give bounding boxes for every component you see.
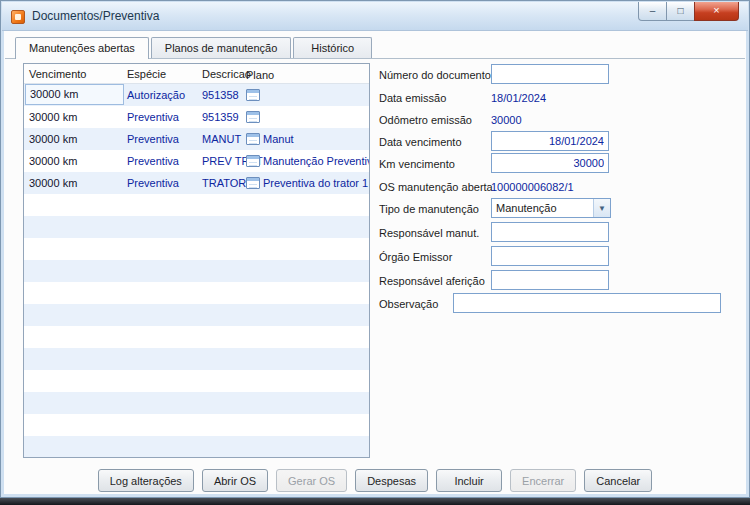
field-row-responsavel-afericao: Responsável aferição <box>379 271 729 291</box>
data-emissao-label: Data emissão <box>379 92 446 104</box>
empty-row <box>24 348 369 370</box>
empty-row <box>24 414 369 436</box>
tab-manutencoes-abertas[interactable]: Manutenções abertas <box>15 37 149 59</box>
empty-row <box>24 370 369 392</box>
documentos-preventiva-window: Documentos/Preventiva – □ × Manutenções … <box>0 0 750 498</box>
cell-plano-label: Preventiva do trator 1 <box>263 172 368 194</box>
cell-vencimento: 30000 km <box>25 84 124 105</box>
orgao-emissor-input[interactable] <box>491 246 609 266</box>
gerar-os-button: Gerar OS <box>276 469 347 492</box>
chevron-down-icon[interactable]: ▼ <box>593 199 610 217</box>
cell-descricao: MANUT <box>202 128 241 150</box>
cell-especie: Preventiva <box>127 128 179 150</box>
cell-plano <box>246 84 263 106</box>
incluir-button[interactable]: Incluir <box>436 469 502 492</box>
responsavel-afericao-input[interactable] <box>491 270 609 290</box>
app-icon <box>11 10 25 24</box>
field-row-km-vencimento: Km vencimento <box>379 154 729 174</box>
cell-descricao: TRATOR1 <box>202 172 252 194</box>
cell-plano: Manutenção Preventivo d <box>246 150 370 172</box>
tipo-manutencao-select[interactable]: Manutenção ▼ <box>491 198 611 218</box>
table-row[interactable]: 30000 km Preventiva 951359 <box>24 106 369 128</box>
responsavel-manut-label: Responsável manut. <box>379 227 479 239</box>
tab-planos-de-manutencao[interactable]: Planos de manutenção <box>151 37 292 58</box>
km-vencimento-input[interactable] <box>491 153 609 173</box>
col-descricao: Descricao <box>202 64 251 84</box>
col-vencimento: Vencimento <box>29 64 86 84</box>
cell-plano-label: Manutenção Preventivo d <box>263 150 370 172</box>
plan-document-icon <box>246 133 260 145</box>
odometro-emissao-label: Odômetro emissão <box>379 114 472 126</box>
field-row-os-manutencao: OS manutenção aberta 100000006082/1 <box>379 177 729 197</box>
empty-row <box>24 326 369 348</box>
plan-document-icon <box>246 111 260 123</box>
numero-documento-input[interactable] <box>491 64 609 84</box>
cell-especie: Preventiva <box>127 172 179 194</box>
cell-especie: Preventiva <box>127 150 179 172</box>
empty-row <box>24 194 369 216</box>
km-vencimento-label: Km vencimento <box>379 158 455 170</box>
field-row-responsavel-manut: Responsável manut. <box>379 223 729 243</box>
cancelar-button[interactable]: Cancelar <box>584 469 652 492</box>
titlebar[interactable]: Documentos/Preventiva – □ × <box>2 2 748 31</box>
table-row[interactable]: 30000 km Preventiva TRATOR1 Preventiva d… <box>24 172 369 194</box>
tipo-manutencao-selected: Manutenção <box>492 199 593 217</box>
table-row[interactable]: 30000 km Autorização 951358 <box>24 84 369 106</box>
cell-vencimento: 30000 km <box>29 172 77 194</box>
empty-row <box>24 436 369 458</box>
field-row-odometro-emissao: Odômetro emissão 30000 <box>379 110 729 130</box>
responsavel-afericao-label: Responsável aferição <box>379 275 485 287</box>
responsavel-manut-input[interactable] <box>491 222 609 242</box>
data-vencimento-input[interactable] <box>491 131 609 151</box>
button-bar: Log alterações Abrir OS Gerar OS Despesa… <box>5 469 745 492</box>
col-especie: Espécie <box>127 64 166 84</box>
minimize-icon[interactable]: – <box>638 2 667 21</box>
despesas-button[interactable]: Despesas <box>355 469 428 492</box>
close-icon[interactable]: × <box>694 2 739 21</box>
plan-document-icon <box>246 155 260 167</box>
cell-vencimento: 30000 km <box>29 128 77 150</box>
tab-historico[interactable]: Histórico <box>293 37 372 58</box>
log-alteracoes-button[interactable]: Log alterações <box>98 469 194 492</box>
table-row[interactable]: 30000 km Preventiva PREV TRAT Manutenção… <box>24 150 369 172</box>
table-row[interactable]: 30000 km Preventiva MANUT Manut <box>24 128 369 150</box>
field-row-numero-documento: Número do documento <box>379 65 729 85</box>
screen: Documentos/Preventiva – □ × Manutenções … <box>0 0 750 505</box>
numero-documento-label: Número do documento <box>379 69 491 81</box>
cell-especie: Preventiva <box>127 106 179 128</box>
cell-plano-label: Manut <box>263 128 294 150</box>
empty-row <box>24 304 369 326</box>
empty-row <box>24 238 369 260</box>
col-plano: Plano <box>246 64 274 86</box>
cell-descricao: 951359 <box>202 106 239 128</box>
window-title: Documentos/Preventiva <box>32 2 159 31</box>
client-area: Manutenções abertas Planos de manutenção… <box>5 31 745 493</box>
orgao-emissor-label: Órgão Emissor <box>379 251 452 263</box>
encerrar-button: Encerrar <box>510 469 576 492</box>
field-row-data-vencimento: Data vencimento <box>379 132 729 152</box>
empty-row <box>24 260 369 282</box>
cell-vencimento: 30000 km <box>29 150 77 172</box>
cell-plano <box>246 106 263 128</box>
odometro-emissao-value: 30000 <box>491 110 522 130</box>
tab-strip: Manutenções abertas Planos de manutenção… <box>15 37 374 59</box>
empty-row <box>24 392 369 414</box>
os-manutencao-value: 100000006082/1 <box>491 177 574 197</box>
data-vencimento-label: Data vencimento <box>379 136 462 148</box>
maximize-icon[interactable]: □ <box>666 2 695 21</box>
field-row-tipo-manutencao: Tipo de manutenção Manutenção ▼ <box>379 199 729 219</box>
plan-document-icon <box>246 177 260 189</box>
cell-descricao: 951358 <box>202 84 239 106</box>
observacao-label: Observação <box>379 298 438 310</box>
data-emissao-value: 18/01/2024 <box>491 88 546 108</box>
cell-plano: Preventiva do trator 1 <box>246 172 368 194</box>
observacao-input[interactable] <box>453 293 721 313</box>
empty-row <box>24 282 369 304</box>
cell-especie: Autorização <box>127 84 185 106</box>
grid-header: Vencimento Espécie Descricao Plano <box>24 64 369 84</box>
abrir-os-button[interactable]: Abrir OS <box>202 469 268 492</box>
maintenance-grid[interactable]: Vencimento Espécie Descricao Plano 30000… <box>23 63 370 458</box>
tipo-manutencao-label: Tipo de manutenção <box>379 203 479 215</box>
cell-vencimento: 30000 km <box>29 106 77 128</box>
field-row-orgao-emissor: Órgão Emissor <box>379 247 729 267</box>
